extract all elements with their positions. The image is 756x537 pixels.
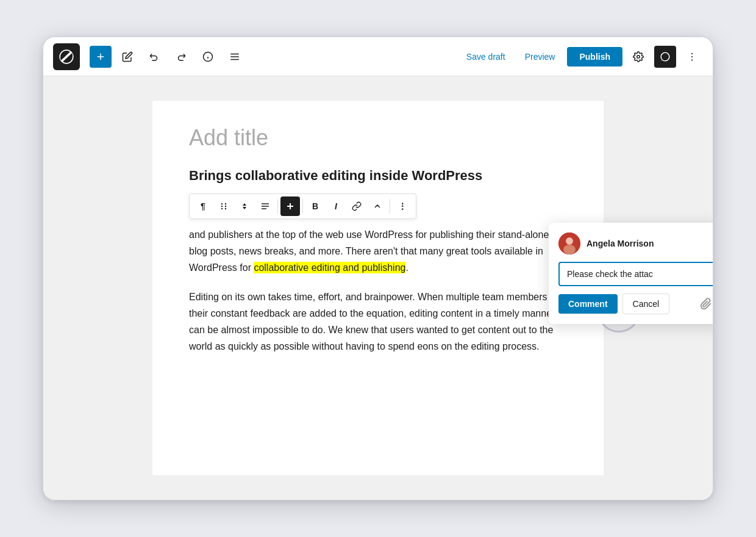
bold-button[interactable]: B <box>305 196 325 216</box>
comment-input[interactable] <box>558 262 713 286</box>
comment-actions: Comment Cancel <box>558 294 713 314</box>
link-button[interactable] <box>347 196 366 216</box>
svg-point-21 <box>563 245 576 254</box>
svg-point-13 <box>225 206 226 207</box>
italic-button[interactable]: I <box>326 196 346 216</box>
post-heading[interactable]: Brings collaborative editing inside Word… <box>189 168 567 184</box>
svg-point-20 <box>566 237 573 245</box>
highlighted-text: collaborative editing and publishing <box>254 262 405 273</box>
svg-point-10 <box>221 203 223 204</box>
svg-point-8 <box>691 56 693 57</box>
toolbar-divider-1 <box>277 199 278 214</box>
add-block-button[interactable] <box>90 46 112 68</box>
post-text-period: . <box>405 262 408 273</box>
browser-frame: Save draft Preview Publish Add title Bri… <box>43 37 713 500</box>
redo-button[interactable] <box>170 46 192 68</box>
more-options-button[interactable] <box>681 46 703 68</box>
toolbar-divider-3 <box>390 199 390 214</box>
post-text-paragraph-1[interactable]: and publishers at the top of the web use… <box>189 226 567 276</box>
publish-button[interactable]: Publish <box>567 47 622 67</box>
comment-toggle-button[interactable] <box>654 46 676 68</box>
block-toolbar: ¶ B I <box>189 193 416 219</box>
svg-point-11 <box>225 203 226 204</box>
svg-point-14 <box>221 208 223 209</box>
info-button[interactable] <box>197 46 219 68</box>
settings-button[interactable] <box>627 46 649 68</box>
block-options-button[interactable]: ⋮ <box>393 196 412 216</box>
editor-content: Add title Brings collaborative editing i… <box>152 101 604 475</box>
edit-button[interactable] <box>116 46 138 68</box>
editor-area: Add title Brings collaborative editing i… <box>43 76 713 500</box>
drag-handle-button[interactable] <box>214 196 234 216</box>
svg-point-15 <box>225 208 226 209</box>
post-title-input[interactable]: Add title <box>189 125 567 151</box>
comment-attach-button[interactable] <box>696 294 713 314</box>
add-inline-button[interactable] <box>280 196 300 216</box>
post-text-paragraph-2[interactable]: Editing on its own takes time, effort, a… <box>189 289 567 355</box>
align-button[interactable] <box>255 196 275 216</box>
move-up-down-button[interactable] <box>235 196 254 216</box>
paragraph-type-button[interactable]: ¶ <box>193 196 213 216</box>
list-view-button[interactable] <box>224 46 246 68</box>
save-draft-button[interactable]: Save draft <box>459 48 513 65</box>
comment-popup: Angela Morrison Comment Cancel <box>549 223 713 324</box>
svg-point-7 <box>691 52 693 54</box>
comment-submit-button[interactable]: Comment <box>558 294 618 314</box>
wp-logo <box>53 43 80 70</box>
comment-header: Angela Morrison <box>558 232 713 254</box>
svg-point-12 <box>221 206 223 207</box>
preview-button[interactable]: Preview <box>518 48 563 65</box>
svg-point-6 <box>637 55 640 58</box>
svg-point-9 <box>691 59 693 60</box>
editor-toolbar: Save draft Preview Publish <box>43 37 713 76</box>
undo-button[interactable] <box>143 46 165 68</box>
toolbar-divider-2 <box>302 199 303 214</box>
more-inline-button[interactable] <box>368 196 387 216</box>
comment-cancel-button[interactable]: Cancel <box>622 294 670 314</box>
commenter-avatar <box>558 232 580 254</box>
commenter-name: Angela Morrison <box>587 239 654 248</box>
